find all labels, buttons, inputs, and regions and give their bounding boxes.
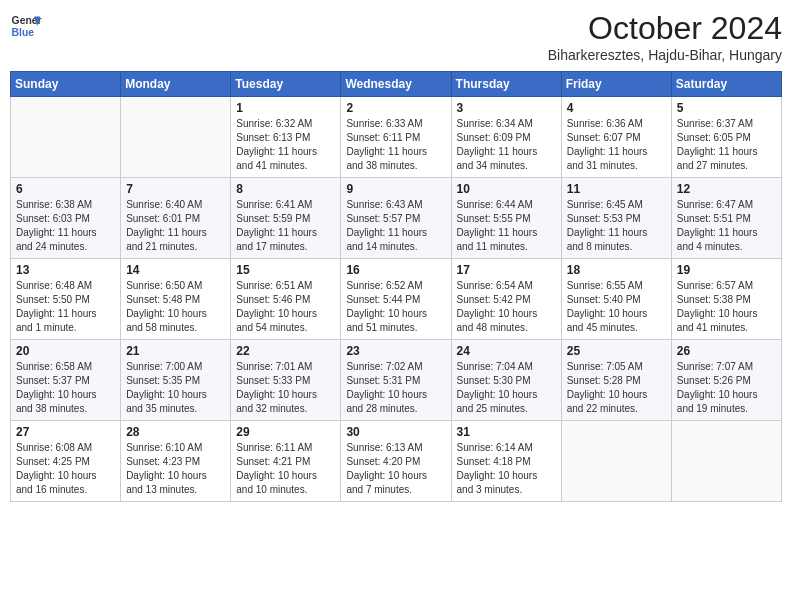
- day-info: Sunrise: 6:38 AMSunset: 6:03 PMDaylight:…: [16, 198, 115, 254]
- weekday-header-row: SundayMondayTuesdayWednesdayThursdayFrid…: [11, 72, 782, 97]
- month-title: October 2024: [548, 10, 782, 47]
- day-number: 25: [567, 344, 666, 358]
- day-info: Sunrise: 6:51 AMSunset: 5:46 PMDaylight:…: [236, 279, 335, 335]
- day-number: 28: [126, 425, 225, 439]
- calendar-cell: 27Sunrise: 6:08 AMSunset: 4:25 PMDayligh…: [11, 421, 121, 502]
- day-number: 1: [236, 101, 335, 115]
- day-number: 2: [346, 101, 445, 115]
- weekday-header-sunday: Sunday: [11, 72, 121, 97]
- day-number: 17: [457, 263, 556, 277]
- calendar-cell: 3Sunrise: 6:34 AMSunset: 6:09 PMDaylight…: [451, 97, 561, 178]
- calendar-cell: 16Sunrise: 6:52 AMSunset: 5:44 PMDayligh…: [341, 259, 451, 340]
- calendar-cell: 15Sunrise: 6:51 AMSunset: 5:46 PMDayligh…: [231, 259, 341, 340]
- calendar-cell: 2Sunrise: 6:33 AMSunset: 6:11 PMDaylight…: [341, 97, 451, 178]
- day-number: 6: [16, 182, 115, 196]
- calendar-cell: 29Sunrise: 6:11 AMSunset: 4:21 PMDayligh…: [231, 421, 341, 502]
- weekday-header-tuesday: Tuesday: [231, 72, 341, 97]
- day-number: 12: [677, 182, 776, 196]
- location: Biharkeresztes, Hajdu-Bihar, Hungary: [548, 47, 782, 63]
- day-info: Sunrise: 6:50 AMSunset: 5:48 PMDaylight:…: [126, 279, 225, 335]
- week-row-4: 20Sunrise: 6:58 AMSunset: 5:37 PMDayligh…: [11, 340, 782, 421]
- day-info: Sunrise: 6:37 AMSunset: 6:05 PMDaylight:…: [677, 117, 776, 173]
- day-info: Sunrise: 6:34 AMSunset: 6:09 PMDaylight:…: [457, 117, 556, 173]
- day-number: 27: [16, 425, 115, 439]
- day-info: Sunrise: 6:41 AMSunset: 5:59 PMDaylight:…: [236, 198, 335, 254]
- day-info: Sunrise: 6:40 AMSunset: 6:01 PMDaylight:…: [126, 198, 225, 254]
- calendar-cell: 21Sunrise: 7:00 AMSunset: 5:35 PMDayligh…: [121, 340, 231, 421]
- calendar-cell: 26Sunrise: 7:07 AMSunset: 5:26 PMDayligh…: [671, 340, 781, 421]
- day-number: 18: [567, 263, 666, 277]
- calendar-cell: 22Sunrise: 7:01 AMSunset: 5:33 PMDayligh…: [231, 340, 341, 421]
- day-info: Sunrise: 7:01 AMSunset: 5:33 PMDaylight:…: [236, 360, 335, 416]
- svg-text:Blue: Blue: [12, 27, 35, 38]
- day-number: 26: [677, 344, 776, 358]
- day-number: 20: [16, 344, 115, 358]
- day-number: 8: [236, 182, 335, 196]
- week-row-3: 13Sunrise: 6:48 AMSunset: 5:50 PMDayligh…: [11, 259, 782, 340]
- day-info: Sunrise: 6:10 AMSunset: 4:23 PMDaylight:…: [126, 441, 225, 497]
- day-info: Sunrise: 6:43 AMSunset: 5:57 PMDaylight:…: [346, 198, 445, 254]
- calendar-cell: 7Sunrise: 6:40 AMSunset: 6:01 PMDaylight…: [121, 178, 231, 259]
- calendar-cell: 20Sunrise: 6:58 AMSunset: 5:37 PMDayligh…: [11, 340, 121, 421]
- day-number: 5: [677, 101, 776, 115]
- day-info: Sunrise: 6:13 AMSunset: 4:20 PMDaylight:…: [346, 441, 445, 497]
- calendar-cell: 25Sunrise: 7:05 AMSunset: 5:28 PMDayligh…: [561, 340, 671, 421]
- title-block: October 2024 Biharkeresztes, Hajdu-Bihar…: [548, 10, 782, 63]
- day-info: Sunrise: 7:02 AMSunset: 5:31 PMDaylight:…: [346, 360, 445, 416]
- day-number: 7: [126, 182, 225, 196]
- day-number: 11: [567, 182, 666, 196]
- day-info: Sunrise: 6:58 AMSunset: 5:37 PMDaylight:…: [16, 360, 115, 416]
- calendar-cell: 9Sunrise: 6:43 AMSunset: 5:57 PMDaylight…: [341, 178, 451, 259]
- calendar-cell: 30Sunrise: 6:13 AMSunset: 4:20 PMDayligh…: [341, 421, 451, 502]
- day-info: Sunrise: 6:57 AMSunset: 5:38 PMDaylight:…: [677, 279, 776, 335]
- day-info: Sunrise: 6:11 AMSunset: 4:21 PMDaylight:…: [236, 441, 335, 497]
- day-info: Sunrise: 6:36 AMSunset: 6:07 PMDaylight:…: [567, 117, 666, 173]
- day-info: Sunrise: 6:52 AMSunset: 5:44 PMDaylight:…: [346, 279, 445, 335]
- calendar-cell: 10Sunrise: 6:44 AMSunset: 5:55 PMDayligh…: [451, 178, 561, 259]
- day-info: Sunrise: 6:54 AMSunset: 5:42 PMDaylight:…: [457, 279, 556, 335]
- calendar-cell: 4Sunrise: 6:36 AMSunset: 6:07 PMDaylight…: [561, 97, 671, 178]
- day-info: Sunrise: 6:08 AMSunset: 4:25 PMDaylight:…: [16, 441, 115, 497]
- weekday-header-friday: Friday: [561, 72, 671, 97]
- calendar-cell: 18Sunrise: 6:55 AMSunset: 5:40 PMDayligh…: [561, 259, 671, 340]
- calendar-cell: 17Sunrise: 6:54 AMSunset: 5:42 PMDayligh…: [451, 259, 561, 340]
- day-info: Sunrise: 6:55 AMSunset: 5:40 PMDaylight:…: [567, 279, 666, 335]
- calendar-cell: 31Sunrise: 6:14 AMSunset: 4:18 PMDayligh…: [451, 421, 561, 502]
- weekday-header-saturday: Saturday: [671, 72, 781, 97]
- day-info: Sunrise: 6:33 AMSunset: 6:11 PMDaylight:…: [346, 117, 445, 173]
- day-number: 30: [346, 425, 445, 439]
- calendar-cell: [561, 421, 671, 502]
- calendar-cell: 19Sunrise: 6:57 AMSunset: 5:38 PMDayligh…: [671, 259, 781, 340]
- day-number: 9: [346, 182, 445, 196]
- calendar-table: SundayMondayTuesdayWednesdayThursdayFrid…: [10, 71, 782, 502]
- calendar-cell: 11Sunrise: 6:45 AMSunset: 5:53 PMDayligh…: [561, 178, 671, 259]
- calendar-cell: [11, 97, 121, 178]
- page-header: General Blue October 2024 Biharkeresztes…: [10, 10, 782, 63]
- week-row-1: 1Sunrise: 6:32 AMSunset: 6:13 PMDaylight…: [11, 97, 782, 178]
- day-number: 23: [346, 344, 445, 358]
- day-number: 3: [457, 101, 556, 115]
- day-number: 24: [457, 344, 556, 358]
- day-info: Sunrise: 7:00 AMSunset: 5:35 PMDaylight:…: [126, 360, 225, 416]
- calendar-cell: [671, 421, 781, 502]
- calendar-cell: 6Sunrise: 6:38 AMSunset: 6:03 PMDaylight…: [11, 178, 121, 259]
- day-info: Sunrise: 7:07 AMSunset: 5:26 PMDaylight:…: [677, 360, 776, 416]
- day-number: 29: [236, 425, 335, 439]
- calendar-cell: 14Sunrise: 6:50 AMSunset: 5:48 PMDayligh…: [121, 259, 231, 340]
- calendar-cell: 12Sunrise: 6:47 AMSunset: 5:51 PMDayligh…: [671, 178, 781, 259]
- day-number: 10: [457, 182, 556, 196]
- weekday-header-thursday: Thursday: [451, 72, 561, 97]
- calendar-cell: [121, 97, 231, 178]
- day-info: Sunrise: 7:05 AMSunset: 5:28 PMDaylight:…: [567, 360, 666, 416]
- day-info: Sunrise: 6:45 AMSunset: 5:53 PMDaylight:…: [567, 198, 666, 254]
- day-info: Sunrise: 6:32 AMSunset: 6:13 PMDaylight:…: [236, 117, 335, 173]
- day-info: Sunrise: 7:04 AMSunset: 5:30 PMDaylight:…: [457, 360, 556, 416]
- calendar-cell: 1Sunrise: 6:32 AMSunset: 6:13 PMDaylight…: [231, 97, 341, 178]
- week-row-5: 27Sunrise: 6:08 AMSunset: 4:25 PMDayligh…: [11, 421, 782, 502]
- day-number: 22: [236, 344, 335, 358]
- calendar-cell: 24Sunrise: 7:04 AMSunset: 5:30 PMDayligh…: [451, 340, 561, 421]
- day-info: Sunrise: 6:48 AMSunset: 5:50 PMDaylight:…: [16, 279, 115, 335]
- calendar-cell: 13Sunrise: 6:48 AMSunset: 5:50 PMDayligh…: [11, 259, 121, 340]
- calendar-cell: 23Sunrise: 7:02 AMSunset: 5:31 PMDayligh…: [341, 340, 451, 421]
- day-number: 21: [126, 344, 225, 358]
